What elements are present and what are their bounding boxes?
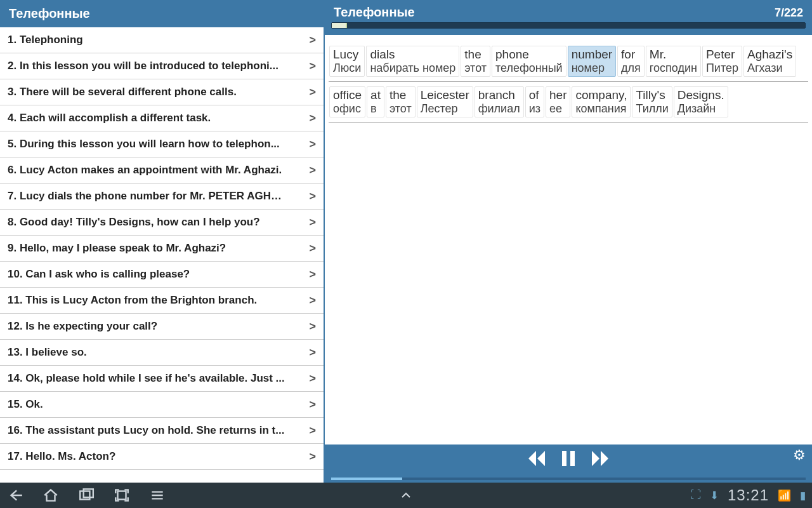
word-box[interactable]: Aghazi'sАгхази [743,46,796,77]
word-box[interactable]: Mr.господин [646,46,701,77]
list-item-label: 2. In this lesson you will be introduced… [8,60,278,72]
word-ru: номер [572,62,612,75]
list-item-label: 13. I believe so. [8,346,87,359]
word-box[interactable]: branchфилиал [475,86,524,117]
word-en: Tilly's [636,88,668,102]
word-box[interactable]: numberномер [568,46,616,77]
word-box[interactable]: theэтот [461,46,490,77]
chevron-right-icon: > [309,398,316,411]
word-box[interactable]: phoneтелефонный [492,46,566,77]
word-ru: Тилли [636,102,668,116]
chevron-right-icon: > [309,242,316,255]
list-item[interactable]: 7. Lucy dials the phone number for Mr. P… [0,184,324,210]
recent-apps-icon[interactable] [77,486,95,504]
list-item[interactable]: 12. Is he expecting your call?> [0,314,324,340]
chevron-right-icon: > [309,424,316,438]
list-item[interactable]: 11. This is Lucy Acton from the Brighton… [0,288,324,314]
list-item[interactable]: 13. I believe so.> [0,340,324,366]
signal-icon: 📶 [778,489,791,502]
chevron-right-icon: > [309,320,316,333]
lesson-list[interactable]: 1. Telephoning>2. In this lesson you wil… [0,27,324,483]
word-box[interactable]: forдля [617,46,645,77]
word-ru: из [529,102,540,116]
back-icon[interactable] [6,486,24,504]
word-en: phone [495,48,563,62]
word-ru: телефонный [495,62,563,75]
word-ru: офис [333,102,362,116]
word-ru: этот [390,102,412,116]
expand-up-icon[interactable] [397,486,415,504]
list-item-label: 14. Ok, please hold while I see if he's … [8,372,285,385]
chevron-right-icon: > [309,372,316,385]
list-item[interactable]: 17. Hello. Ms. Acton?> [0,444,324,470]
word-en: dials [370,48,455,62]
rewind-button[interactable] [526,448,547,473]
list-item-label: 12. Is he expecting your call? [8,320,157,333]
chevron-right-icon: > [309,60,316,73]
word-box[interactable]: atв [367,86,384,117]
list-item[interactable]: 4. Each will accomplish a different task… [0,105,324,131]
list-item-label: 16. The assistant puts Lucy on hold. She… [8,424,284,437]
word-box[interactable]: ofиз [525,86,544,117]
list-item[interactable]: 1. Telephoning> [0,27,324,53]
pause-button[interactable] [560,448,577,473]
word-en: Lucy [333,48,361,62]
chevron-right-icon: > [309,86,316,99]
svg-rect-1 [570,451,575,466]
word-en: of [529,88,540,102]
settings-gear-icon[interactable]: ⚙ [793,447,806,464]
word-box[interactable]: LucyЛюси [329,46,365,77]
list-item-label: 1. Telephoning [8,34,83,46]
word-box[interactable]: dialsнабирать номер [366,46,459,77]
list-item[interactable]: 9. Hello, may I please speak to Mr. Agha… [0,236,324,262]
word-ru: Лестер [421,102,469,116]
home-icon[interactable] [42,486,60,504]
chevron-right-icon: > [309,450,316,464]
list-item[interactable]: 3. There will be several different phone… [0,79,324,105]
svg-rect-2 [80,491,89,500]
list-item[interactable]: 2. In this lesson you will be introduced… [0,53,324,79]
word-box[interactable]: LeicesterЛестер [417,86,473,117]
audio-progress-bar[interactable] [331,478,806,480]
lesson-progress-fill [332,23,347,28]
list-item[interactable]: 6. Lucy Acton makes an appointment with … [0,157,324,184]
list-item[interactable]: 14. Ok, please hold while I see if he's … [0,366,324,392]
list-item[interactable]: 16. The assistant puts Lucy on hold. She… [0,418,324,444]
list-item[interactable]: 8. Good day! Tilly's Designs, how can I … [0,210,324,236]
list-item[interactable]: 5. During this lesson you will learn how… [0,131,324,157]
word-box[interactable]: theэтот [386,86,416,117]
chevron-right-icon: > [309,34,316,47]
list-item[interactable]: 15. Ok.> [0,392,324,418]
word-en: number [572,48,612,62]
word-box[interactable]: herее [546,86,570,117]
right-header-title: Телефонные [334,5,415,20]
list-item[interactable]: 10. Can I ask who is calling please?> [0,262,324,288]
list-item-label: 15. Ok. [8,398,43,411]
word-en: the [464,48,487,62]
word-en: Designs. [678,88,724,102]
chevron-right-icon: > [309,138,316,151]
word-ru: компания [575,102,627,116]
word-ru: Дизайн [678,102,724,116]
chevron-right-icon: > [309,294,316,307]
forward-button[interactable] [589,448,611,473]
sentence-row-1: LucyЛюсиdialsнабирать номерtheэтотphoneт… [329,41,808,82]
word-box[interactable]: Tilly'sТилли [632,86,672,117]
list-item-label: 6. Lucy Acton makes an appointment with … [8,164,282,177]
word-box[interactable]: PeterПитер [702,46,742,77]
word-box[interactable]: officeофис [329,86,365,117]
menu-icon[interactable] [148,486,166,504]
word-ru: господин [650,62,697,75]
fullscreen-icon[interactable]: ⛶ [690,489,701,502]
word-ru: в [370,102,381,116]
audio-progress-fill [331,478,402,480]
word-box[interactable]: company,компания [572,86,631,117]
screenshot-icon[interactable] [113,486,131,504]
chevron-right-icon: > [309,164,316,177]
lesson-progress-bar[interactable] [331,22,806,29]
word-en: her [549,88,566,102]
word-box[interactable]: Designs.Дизайн [674,86,728,117]
chevron-right-icon: > [309,268,316,281]
list-item-label: 9. Hello, may I please speak to Mr. Agha… [8,242,226,255]
sentence-area: LucyЛюсиdialsнабирать номерtheэтотphoneт… [325,35,812,444]
